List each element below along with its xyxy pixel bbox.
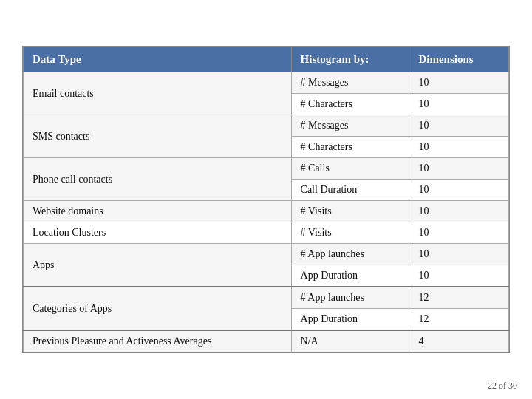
table-row: Apps# App launches10: [24, 244, 509, 265]
cell-data-type: Email contacts: [24, 72, 292, 115]
col-data-type: Data Type: [24, 47, 292, 72]
cell-data-type: Website domains: [24, 201, 292, 222]
cell-dimension: 10: [409, 115, 509, 137]
cell-dimension: 10: [409, 222, 509, 244]
cell-dimension: 10: [409, 180, 509, 201]
table-row: Categories of Apps# App launches12: [24, 287, 509, 309]
cell-dimension: 10: [409, 244, 509, 265]
col-dimensions: Dimensions: [409, 47, 509, 72]
table-row: Email contacts# Messages10: [24, 72, 509, 94]
cell-histogram: # App launches: [291, 244, 409, 265]
cell-data-type: Location Clusters: [24, 222, 292, 244]
cell-data-type: Apps: [24, 244, 292, 287]
cell-dimension: 10: [409, 201, 509, 222]
table-header-row: Data Type Histogram by: Dimensions: [24, 47, 509, 72]
cell-histogram: # Calls: [291, 158, 409, 180]
table-row: SMS contacts# Messages10: [24, 115, 509, 137]
cell-histogram: # Visits: [291, 222, 409, 244]
cell-histogram: Call Duration: [291, 180, 409, 201]
cell-histogram: # Messages: [291, 115, 409, 137]
cell-histogram: # Messages: [291, 72, 409, 94]
table-row: Location Clusters# Visits10: [24, 222, 509, 244]
cell-dimension: 10: [409, 158, 509, 180]
cell-data-type: Phone call contacts: [24, 158, 292, 201]
cell-dimension: 10: [409, 265, 509, 287]
cell-dimension: 10: [409, 94, 509, 115]
table-row: Previous Pleasure and Activeness Average…: [24, 330, 509, 352]
cell-dimension: 12: [409, 287, 509, 309]
cell-data-type: Previous Pleasure and Activeness Average…: [24, 330, 292, 352]
cell-dimension: 12: [409, 309, 509, 331]
cell-histogram: # Characters: [291, 137, 409, 158]
cell-dimension: 10: [409, 72, 509, 94]
table-row: Website domains# Visits10: [24, 201, 509, 222]
cell-histogram: N/A: [291, 330, 409, 352]
cell-histogram: # Visits: [291, 201, 409, 222]
cell-dimension: 4: [409, 330, 509, 352]
cell-histogram: # App launches: [291, 287, 409, 309]
table-row: Phone call contacts# Calls10: [24, 158, 509, 180]
cell-data-type: Categories of Apps: [24, 287, 292, 330]
col-histogram: Histogram by:: [291, 47, 409, 72]
cell-dimension: 10: [409, 137, 509, 158]
cell-histogram: App Duration: [291, 265, 409, 287]
data-table: Data Type Histogram by: Dimensions Email…: [22, 46, 510, 353]
page-number: 22 of 30: [488, 381, 517, 392]
cell-histogram: App Duration: [291, 309, 409, 331]
cell-histogram: # Characters: [291, 94, 409, 115]
cell-data-type: SMS contacts: [24, 115, 292, 158]
